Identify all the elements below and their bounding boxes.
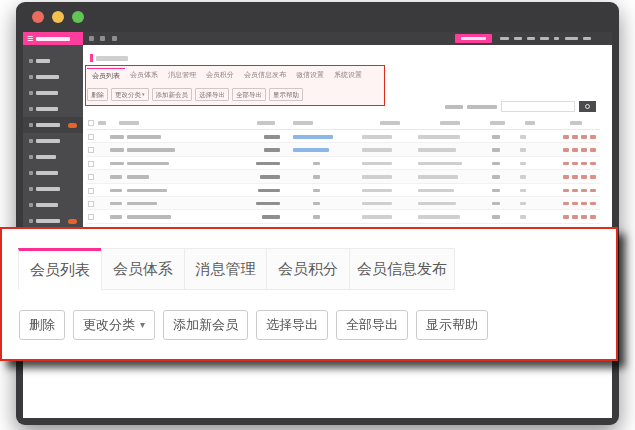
table-row	[87, 210, 600, 223]
menu-icon	[29, 203, 33, 207]
select-all-checkbox[interactable]	[88, 120, 94, 126]
nav-grid-icon[interactable]	[100, 36, 105, 41]
filter-dropdown-placeholder[interactable]	[445, 105, 463, 109]
tab-message-management[interactable]: 消息管理	[184, 248, 267, 290]
nav-link-placeholder[interactable]	[500, 37, 509, 40]
sidebar-item-members[interactable]	[23, 117, 83, 133]
menu-icon	[29, 155, 33, 159]
window-titlebar	[16, 2, 619, 32]
row-checkbox[interactable]	[88, 134, 94, 140]
table-row	[87, 184, 600, 197]
stage: ☰	[0, 0, 635, 430]
page-title-placeholder	[96, 56, 128, 61]
row-actions[interactable]	[563, 135, 596, 139]
search-icon	[585, 104, 590, 109]
sidebar-item[interactable]	[23, 69, 83, 85]
row-checkbox[interactable]	[88, 201, 94, 207]
sidebar-item[interactable]	[23, 165, 83, 181]
search-input[interactable]	[501, 101, 575, 112]
sidebar-menu	[23, 45, 83, 227]
member-table	[87, 116, 600, 224]
delete-button[interactable]: 删除	[19, 310, 65, 340]
table-row	[87, 143, 600, 156]
annotation-highlight-rectangle	[85, 65, 385, 106]
table-row	[87, 130, 600, 143]
export-selected-button[interactable]: 选择导出	[256, 310, 328, 340]
logo-text-placeholder	[36, 37, 70, 41]
sidebar-item[interactable]	[23, 149, 83, 165]
menu-icon	[29, 107, 33, 111]
sidebar-logo-bar: ☰	[23, 32, 83, 45]
row-checkbox[interactable]	[88, 161, 94, 167]
menu-icon	[29, 123, 33, 127]
change-category-button[interactable]: 更改分类▾	[73, 310, 155, 340]
nav-bell-icon[interactable]	[112, 36, 117, 41]
tab-member-system[interactable]: 会员体系	[101, 248, 185, 290]
menu-icon	[29, 75, 33, 79]
sidebar-item[interactable]	[23, 101, 83, 117]
table-row	[87, 170, 600, 183]
nav-link-placeholder[interactable]	[540, 37, 549, 40]
row-checkbox[interactable]	[88, 214, 94, 220]
menu-icon	[29, 91, 33, 95]
table-row	[87, 197, 600, 210]
row-actions[interactable]	[563, 215, 596, 219]
menu-icon	[29, 59, 33, 63]
magnified-callout: 会员列表 会员体系 消息管理 会员积分 会员信息发布 删除 更改分类▾ 添加新会…	[0, 227, 618, 361]
caret-down-icon: ▾	[140, 320, 145, 330]
table-header-row	[87, 116, 600, 130]
menu-icon	[29, 139, 33, 143]
sidebar-item[interactable]	[23, 181, 83, 197]
sidebar-item[interactable]	[23, 133, 83, 149]
sidebar-item[interactable]	[23, 85, 83, 101]
zoom-window-icon[interactable]	[72, 11, 84, 23]
row-checkbox[interactable]	[88, 174, 94, 180]
hamburger-icon[interactable]: ☰	[27, 35, 33, 42]
close-window-icon[interactable]	[32, 11, 44, 23]
search-row	[445, 101, 596, 112]
top-navbar	[83, 32, 612, 45]
callout-toolbar: 删除 更改分类▾ 添加新会员 选择导出 全部导出 显示帮助	[19, 310, 488, 340]
tab-member-points[interactable]: 会员积分	[266, 248, 350, 290]
table-row	[87, 157, 600, 170]
row-actions[interactable]	[563, 162, 596, 166]
filter-dropdown-placeholder[interactable]	[467, 105, 497, 109]
row-actions[interactable]	[563, 175, 596, 179]
menu-icon	[29, 171, 33, 175]
row-actions[interactable]	[563, 189, 596, 193]
callout-tab-bar: 会员列表 会员体系 消息管理 会员积分 会员信息发布	[19, 248, 455, 290]
nav-primary-button[interactable]	[455, 34, 492, 43]
nav-user-placeholder[interactable]	[565, 37, 578, 40]
show-help-button[interactable]: 显示帮助	[416, 310, 488, 340]
notification-badge	[68, 123, 77, 128]
sidebar-item[interactable]	[23, 53, 83, 69]
browser-window: ☰	[16, 2, 619, 425]
nav-link-placeholder[interactable]	[527, 37, 535, 40]
menu-icon	[29, 219, 33, 223]
menu-icon	[29, 187, 33, 191]
row-checkbox[interactable]	[88, 188, 94, 194]
search-button[interactable]	[579, 101, 596, 112]
row-actions[interactable]	[563, 148, 596, 152]
notification-badge	[68, 219, 77, 224]
export-all-button[interactable]: 全部导出	[336, 310, 408, 340]
page-title	[90, 54, 128, 62]
nav-link-placeholder[interactable]	[554, 37, 559, 40]
add-member-button[interactable]: 添加新会员	[163, 310, 248, 340]
minimize-window-icon[interactable]	[52, 11, 64, 23]
row-actions[interactable]	[563, 202, 596, 206]
nav-link-placeholder[interactable]	[514, 37, 522, 40]
sidebar-item[interactable]	[23, 197, 83, 213]
nav-home-icon[interactable]	[89, 36, 94, 41]
tab-member-list[interactable]: 会员列表	[18, 248, 102, 290]
nav-logout-placeholder[interactable]	[583, 37, 591, 40]
tab-member-info-publish[interactable]: 会员信息发布	[349, 248, 455, 290]
row-checkbox[interactable]	[88, 147, 94, 153]
